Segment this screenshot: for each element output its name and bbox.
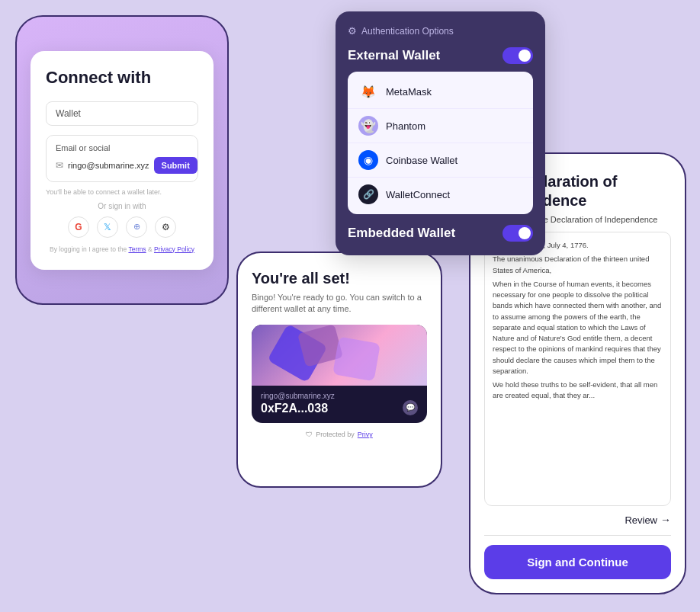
wallet-label: Wallet [46, 101, 198, 126]
email-social-box: Email or social ✉ ringo@submarine.xyz Su… [46, 135, 198, 182]
metamask-item[interactable]: 🦊 MetaMask [348, 75, 533, 109]
chat-icon: 💬 [403, 400, 418, 415]
protected-row: 🛡 Protected by Privy [252, 431, 427, 438]
submit-button[interactable]: Submit [154, 157, 197, 174]
allset-title: You're all set! [252, 270, 427, 287]
privy-link[interactable]: Privy [358, 431, 373, 438]
coinbase-item[interactable]: ◉ Coinbase Wallet [348, 143, 533, 178]
protected-label: Protected by [316, 431, 355, 438]
declaration-body: We hold these truths to be self-evident,… [493, 380, 663, 402]
review-row[interactable]: Review → [484, 514, 671, 536]
wallet-card-info: ringo@submarine.xyz 0xF2A...038 💬 [252, 386, 427, 423]
or-divider: Or sign in with [46, 202, 198, 210]
google-icon[interactable]: G [68, 216, 89, 238]
external-wallet-title: External Wallet [348, 48, 440, 63]
embedded-wallet-title: Embedded Wallet [348, 226, 455, 241]
connect-title: Connect with [46, 68, 198, 88]
declaration-body: When in the Course of human events, it b… [493, 279, 663, 376]
embedded-wallet-row: Embedded Wallet [348, 225, 533, 242]
phantom-label: Phantom [386, 120, 425, 132]
coinbase-icon: ◉ [358, 150, 378, 170]
metamask-label: MetaMask [386, 86, 432, 98]
phone-connect: Connect with Wallet Email or social ✉ ri… [15, 15, 229, 305]
discord-icon[interactable]: ⊕ [126, 216, 147, 238]
auth-header: ⚙ Authentication Options [348, 25, 533, 37]
email-input[interactable]: ringo@submarine.xyz [68, 161, 149, 170]
wallet-card: ringo@submarine.xyz 0xF2A...038 💬 [252, 325, 427, 423]
walletconnect-item[interactable]: 🔗 WalletConnect [348, 178, 533, 211]
metamask-icon: 🦊 [358, 82, 378, 101]
wallet-card-art [252, 325, 427, 386]
external-wallet-row: External Wallet [348, 47, 533, 64]
wallet-address: 0xF2A...038 [261, 402, 418, 415]
wallet-email: ringo@submarine.xyz [261, 392, 418, 400]
privacy-link[interactable]: Privacy Policy [154, 245, 194, 253]
wallet-list: 🦊 MetaMask 👻 Phantom ◉ Coinbase Wallet 🔗… [348, 72, 533, 214]
phone-allset: You're all set! Bingo! You're ready to g… [236, 252, 442, 488]
shield-icon: 🛡 [306, 431, 313, 438]
email-icon: ✉ [56, 160, 63, 171]
email-row: ✉ ringo@submarine.xyz Submit [56, 157, 188, 174]
sign-and-continue-button[interactable]: Sign and Continue [484, 545, 671, 579]
terms-text: By logging in I agree to the Terms & Pri… [46, 245, 198, 253]
embedded-wallet-toggle[interactable] [503, 225, 533, 242]
gear-icon: ⚙ [348, 25, 357, 37]
connect-card: Connect with Wallet Email or social ✉ ri… [31, 51, 214, 270]
allset-subtitle: Bingo! You're ready to go. You can switc… [252, 292, 427, 316]
declaration-body: The unanimous Declaration of the thirtee… [493, 254, 663, 276]
github-icon[interactable]: ⚙ [155, 216, 176, 238]
email-social-label: Email or social [56, 143, 188, 152]
phantom-item[interactable]: 👻 Phantom [348, 109, 533, 143]
twitter-icon[interactable]: 𝕏 [97, 216, 118, 238]
card-shape3 [332, 336, 381, 381]
coinbase-label: Coinbase Wallet [386, 155, 458, 166]
auth-options-panel: ⚙ Authentication Options External Wallet… [336, 11, 545, 255]
walletconnect-icon: 🔗 [358, 184, 378, 204]
social-icons-row: G 𝕏 ⊕ ⚙ [46, 216, 198, 238]
review-label[interactable]: Review [625, 514, 657, 526]
connect-note: You'll be able to connect a wallet later… [46, 188, 198, 196]
external-wallet-toggle[interactable] [503, 47, 533, 64]
auth-header-title: Authentication Options [361, 26, 454, 37]
terms-link[interactable]: Terms [128, 245, 146, 253]
declaration-text-box[interactable]: IN CONGRESS, July 4, 1776. The unanimous… [484, 232, 671, 506]
review-arrow-icon: → [660, 514, 671, 526]
walletconnect-label: WalletConnect [386, 189, 450, 200]
phantom-icon: 👻 [358, 116, 378, 136]
